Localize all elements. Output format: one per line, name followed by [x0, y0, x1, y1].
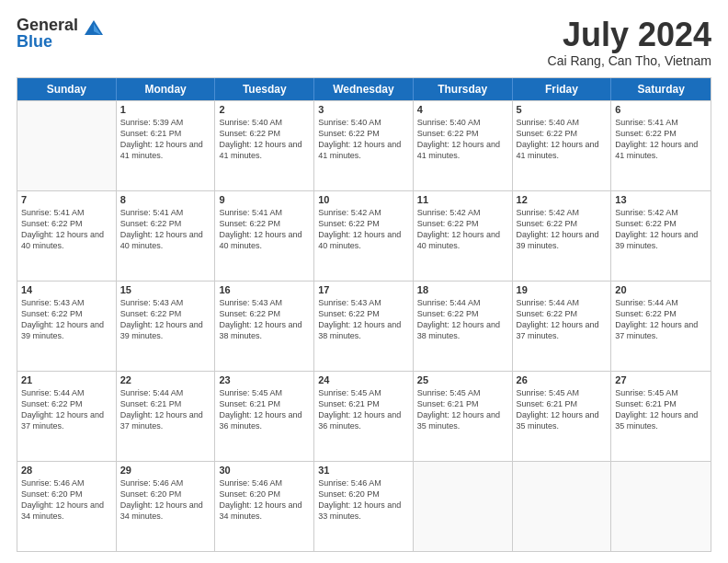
day-cell-31: 31Sunrise: 5:46 AM Sunset: 6:20 PM Dayli…: [314, 462, 414, 551]
day-number: 27: [615, 374, 707, 385]
day-number: 9: [219, 194, 310, 205]
week-row-2: 7Sunrise: 5:41 AM Sunset: 6:22 PM Daylig…: [17, 190, 711, 281]
header-day-monday: Monday: [117, 78, 216, 100]
logo-general: General: [17, 17, 78, 33]
day-info: Sunrise: 5:43 AM Sunset: 6:22 PM Dayligh…: [120, 297, 211, 342]
day-cell-4: 4Sunrise: 5:40 AM Sunset: 6:22 PM Daylig…: [414, 101, 513, 190]
day-cell-24: 24Sunrise: 5:45 AM Sunset: 6:21 PM Dayli…: [314, 372, 414, 461]
day-info: Sunrise: 5:46 AM Sunset: 6:20 PM Dayligh…: [120, 477, 211, 523]
day-info: Sunrise: 5:45 AM Sunset: 6:21 PM Dayligh…: [615, 387, 707, 432]
day-cell-9: 9Sunrise: 5:41 AM Sunset: 6:22 PM Daylig…: [215, 191, 314, 281]
day-number: 26: [517, 374, 608, 385]
day-info: Sunrise: 5:40 AM Sunset: 6:22 PM Dayligh…: [219, 117, 310, 162]
day-cell-13: 13Sunrise: 5:42 AM Sunset: 6:22 PM Dayli…: [611, 191, 711, 281]
header-day-sunday: Sunday: [17, 78, 117, 100]
day-number: 31: [318, 465, 409, 476]
day-number: 2: [219, 104, 310, 115]
day-number: 10: [318, 194, 409, 205]
day-cell-21: 21Sunrise: 5:44 AM Sunset: 6:22 PM Dayli…: [17, 372, 117, 461]
day-cell-17: 17Sunrise: 5:43 AM Sunset: 6:22 PM Dayli…: [314, 282, 414, 371]
day-number: 21: [21, 374, 112, 385]
day-number: 12: [517, 194, 608, 205]
day-number: 20: [615, 284, 707, 295]
day-cell-6: 6Sunrise: 5:41 AM Sunset: 6:22 PM Daylig…: [611, 101, 711, 190]
logo-blue: Blue: [17, 33, 78, 50]
day-cell-26: 26Sunrise: 5:45 AM Sunset: 6:21 PM Dayli…: [513, 372, 612, 461]
header: General Blue July 2024 Cai Rang, Can Tho…: [17, 17, 711, 68]
day-number: 28: [21, 465, 112, 476]
day-cell-30: 30Sunrise: 5:46 AM Sunset: 6:20 PM Dayli…: [215, 462, 314, 551]
day-info: Sunrise: 5:41 AM Sunset: 6:22 PM Dayligh…: [219, 207, 310, 252]
day-cell-10: 10Sunrise: 5:42 AM Sunset: 6:22 PM Dayli…: [314, 191, 414, 281]
day-info: Sunrise: 5:43 AM Sunset: 6:22 PM Dayligh…: [21, 297, 112, 342]
day-info: Sunrise: 5:45 AM Sunset: 6:21 PM Dayligh…: [517, 387, 608, 432]
day-cell-8: 8Sunrise: 5:41 AM Sunset: 6:22 PM Daylig…: [117, 191, 216, 281]
day-cell-20: 20Sunrise: 5:44 AM Sunset: 6:22 PM Dayli…: [611, 282, 711, 371]
day-info: Sunrise: 5:41 AM Sunset: 6:22 PM Dayligh…: [21, 207, 112, 252]
header-day-saturday: Saturday: [611, 78, 711, 100]
day-cell-5: 5Sunrise: 5:40 AM Sunset: 6:22 PM Daylig…: [513, 101, 612, 190]
calendar-body: 1Sunrise: 5:39 AM Sunset: 6:21 PM Daylig…: [17, 100, 711, 551]
logo-text: General Blue: [17, 17, 78, 50]
day-number: 6: [615, 104, 707, 115]
header-day-thursday: Thursday: [414, 78, 513, 100]
empty-cell: [611, 462, 711, 551]
day-cell-27: 27Sunrise: 5:45 AM Sunset: 6:21 PM Dayli…: [611, 372, 711, 461]
day-number: 22: [120, 374, 211, 385]
day-number: 16: [219, 284, 310, 295]
day-info: Sunrise: 5:42 AM Sunset: 6:22 PM Dayligh…: [615, 207, 707, 252]
day-info: Sunrise: 5:44 AM Sunset: 6:21 PM Dayligh…: [120, 387, 211, 432]
day-info: Sunrise: 5:44 AM Sunset: 6:22 PM Dayligh…: [517, 297, 608, 342]
empty-cell: [513, 462, 612, 551]
day-cell-11: 11Sunrise: 5:42 AM Sunset: 6:22 PM Dayli…: [414, 191, 513, 281]
calendar: SundayMondayTuesdayWednesdayThursdayFrid…: [17, 77, 711, 552]
day-info: Sunrise: 5:41 AM Sunset: 6:22 PM Dayligh…: [120, 207, 211, 252]
day-number: 18: [417, 284, 508, 295]
week-row-5: 28Sunrise: 5:46 AM Sunset: 6:20 PM Dayli…: [17, 461, 711, 551]
day-info: Sunrise: 5:45 AM Sunset: 6:21 PM Dayligh…: [318, 387, 409, 432]
day-info: Sunrise: 5:40 AM Sunset: 6:22 PM Dayligh…: [517, 117, 608, 162]
day-cell-15: 15Sunrise: 5:43 AM Sunset: 6:22 PM Dayli…: [117, 282, 216, 371]
day-cell-23: 23Sunrise: 5:45 AM Sunset: 6:21 PM Dayli…: [215, 372, 314, 461]
day-number: 23: [219, 374, 310, 385]
day-number: 25: [417, 374, 508, 385]
day-info: Sunrise: 5:42 AM Sunset: 6:22 PM Dayligh…: [318, 207, 409, 252]
day-number: 13: [615, 194, 707, 205]
day-cell-16: 16Sunrise: 5:43 AM Sunset: 6:22 PM Dayli…: [215, 282, 314, 371]
logo: General Blue: [17, 17, 107, 50]
day-number: 19: [517, 284, 608, 295]
day-cell-18: 18Sunrise: 5:44 AM Sunset: 6:22 PM Dayli…: [414, 282, 513, 371]
day-info: Sunrise: 5:44 AM Sunset: 6:22 PM Dayligh…: [615, 297, 707, 342]
location: Cai Rang, Can Tho, Vietnam: [548, 53, 711, 68]
day-number: 24: [318, 374, 409, 385]
day-cell-14: 14Sunrise: 5:43 AM Sunset: 6:22 PM Dayli…: [17, 282, 117, 371]
day-cell-7: 7Sunrise: 5:41 AM Sunset: 6:22 PM Daylig…: [17, 191, 117, 281]
week-row-4: 21Sunrise: 5:44 AM Sunset: 6:22 PM Dayli…: [17, 371, 711, 461]
day-number: 5: [517, 104, 608, 115]
day-number: 1: [120, 104, 211, 115]
logo-icon: [81, 17, 107, 42]
day-info: Sunrise: 5:42 AM Sunset: 6:22 PM Dayligh…: [517, 207, 608, 252]
day-info: Sunrise: 5:46 AM Sunset: 6:20 PM Dayligh…: [21, 477, 112, 523]
week-row-1: 1Sunrise: 5:39 AM Sunset: 6:21 PM Daylig…: [17, 100, 711, 190]
day-number: 17: [318, 284, 409, 295]
title-block: July 2024 Cai Rang, Can Tho, Vietnam: [548, 17, 711, 68]
day-info: Sunrise: 5:40 AM Sunset: 6:22 PM Dayligh…: [417, 117, 508, 162]
day-info: Sunrise: 5:43 AM Sunset: 6:22 PM Dayligh…: [219, 297, 310, 342]
header-day-tuesday: Tuesday: [215, 78, 314, 100]
calendar-header: SundayMondayTuesdayWednesdayThursdayFrid…: [17, 78, 711, 100]
empty-cell: [17, 101, 117, 190]
day-cell-2: 2Sunrise: 5:40 AM Sunset: 6:22 PM Daylig…: [215, 101, 314, 190]
day-cell-1: 1Sunrise: 5:39 AM Sunset: 6:21 PM Daylig…: [117, 101, 216, 190]
day-number: 7: [21, 194, 112, 205]
week-row-3: 14Sunrise: 5:43 AM Sunset: 6:22 PM Dayli…: [17, 281, 711, 371]
day-cell-19: 19Sunrise: 5:44 AM Sunset: 6:22 PM Dayli…: [513, 282, 612, 371]
day-number: 8: [120, 194, 211, 205]
day-number: 30: [219, 465, 310, 476]
day-info: Sunrise: 5:39 AM Sunset: 6:21 PM Dayligh…: [120, 117, 211, 162]
empty-cell: [414, 462, 513, 551]
day-cell-12: 12Sunrise: 5:42 AM Sunset: 6:22 PM Dayli…: [513, 191, 612, 281]
header-day-friday: Friday: [513, 78, 612, 100]
day-info: Sunrise: 5:46 AM Sunset: 6:20 PM Dayligh…: [219, 477, 310, 523]
day-number: 15: [120, 284, 211, 295]
